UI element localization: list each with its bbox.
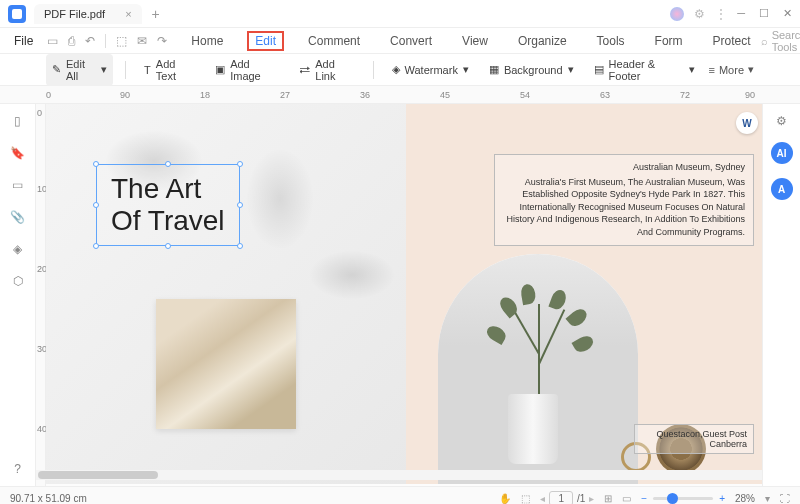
add-tab-button[interactable]: + (152, 6, 160, 22)
resize-handle[interactable] (93, 243, 99, 249)
page-number-input[interactable]: 1 (549, 491, 573, 504)
watermark-button[interactable]: ◈ Watermark ▾ (386, 59, 475, 80)
header-footer-button[interactable]: ▤ Header & Footer ▾ (588, 54, 701, 86)
az-label: A (778, 184, 785, 195)
redo-icon[interactable]: ↷ (157, 34, 167, 48)
comment-icon[interactable]: ▭ (12, 178, 23, 192)
pencil-icon: ✎ (52, 63, 61, 76)
fit-width-icon[interactable]: ⊞ (604, 493, 612, 504)
document-tab[interactable]: PDF File.pdf × (34, 4, 142, 24)
next-page-icon[interactable]: ▸ (589, 493, 594, 504)
fullscreen-icon[interactable]: ⛶ (780, 493, 790, 504)
attachment-icon[interactable]: 📎 (10, 210, 25, 224)
info-body: Australia's First Museum, The Australian… (503, 176, 745, 239)
resize-handle[interactable] (237, 202, 243, 208)
export-icon[interactable]: ⬚ (116, 34, 127, 48)
zoom-in-icon[interactable]: + (719, 493, 725, 504)
more-button[interactable]: ≡ More ▾ (709, 63, 754, 76)
tab-home[interactable]: Home (185, 31, 229, 51)
background-button[interactable]: ▦ Background ▾ (483, 59, 580, 80)
maximize-button[interactable]: ☐ (759, 7, 769, 20)
edit-all-button[interactable]: ✎ Edit All ▾ (46, 54, 113, 86)
settings-icon[interactable]: ⬡ (13, 274, 23, 288)
tab-title: PDF File.pdf (44, 8, 105, 20)
sparkle-icon[interactable] (670, 7, 684, 21)
undo-icon[interactable]: ↶ (85, 34, 95, 48)
tab-edit[interactable]: Edit (247, 31, 284, 51)
tab-comment[interactable]: Comment (302, 31, 366, 51)
file-menu[interactable]: File (10, 32, 37, 50)
chevron-down-icon[interactable]: ▾ (765, 493, 770, 504)
vase-illustration (508, 394, 558, 464)
prev-page-icon[interactable]: ◂ (540, 493, 545, 504)
add-link-button[interactable]: ⮂ Add Link (293, 54, 360, 86)
print-icon[interactable]: ⎙ (68, 34, 75, 48)
search-icon: ⌕ (761, 35, 768, 47)
bookmark-icon[interactable]: 🔖 (10, 146, 25, 160)
gift-icon[interactable]: ⚙ (694, 7, 705, 21)
properties-icon[interactable]: ⚙ (776, 114, 787, 128)
add-text-label: Add Text (156, 58, 195, 82)
ruler-tick: 72 (680, 90, 690, 100)
link-icon: ⮂ (299, 64, 310, 76)
share-icon[interactable]: ✉ (137, 34, 147, 48)
add-image-button[interactable]: ▣ Add Image (209, 54, 285, 86)
zoom-slider-thumb[interactable] (667, 493, 678, 504)
add-image-label: Add Image (230, 58, 279, 82)
info-title: Australian Museum, Sydney (503, 161, 745, 174)
scrollbar-thumb[interactable] (38, 471, 158, 479)
background-icon: ▦ (489, 63, 499, 76)
resize-handle[interactable] (93, 161, 99, 167)
tab-protect[interactable]: Protect (707, 31, 757, 51)
zoom-level[interactable]: 28% (735, 493, 755, 504)
kebab-icon[interactable]: ⋮ (715, 7, 727, 21)
header-footer-icon: ▤ (594, 63, 604, 76)
info-text-box-2[interactable]: Questacon,Guest Post Canberra (634, 424, 754, 454)
resize-handle[interactable] (237, 243, 243, 249)
ruler-tick: 45 (440, 90, 450, 100)
word-export-badge[interactable]: W (736, 112, 758, 134)
info-text-box-1[interactable]: Australian Museum, Sydney Australia's Fi… (494, 154, 754, 246)
arch-image[interactable] (438, 254, 638, 484)
close-button[interactable]: ✕ (783, 7, 792, 20)
minimize-button[interactable]: ─ (737, 7, 745, 20)
zoom-slider[interactable] (653, 497, 713, 500)
plant-illustration (478, 284, 598, 404)
tab-view[interactable]: View (456, 31, 494, 51)
ai-label: AI (777, 148, 787, 159)
ruler-tick: 0 (46, 90, 51, 100)
ai-button[interactable]: AI (771, 142, 793, 164)
document-canvas[interactable]: The Art Of Travel W Australian Museum, S… (46, 104, 762, 486)
tab-tools[interactable]: Tools (591, 31, 631, 51)
tab-convert[interactable]: Convert (384, 31, 438, 51)
tab-form[interactable]: Form (649, 31, 689, 51)
hamburger-icon: ≡ (709, 64, 715, 76)
selected-text-box[interactable]: The Art Of Travel (96, 164, 240, 246)
help-icon[interactable]: ? (14, 462, 21, 476)
ruler-tick: 0 (37, 108, 42, 118)
text-icon: T (144, 64, 151, 76)
search-tools-input[interactable]: Search Tools (772, 29, 800, 53)
add-text-button[interactable]: T Add Text (138, 54, 201, 86)
hand-tool-icon[interactable]: ✋ (499, 493, 511, 504)
watermark-icon: ◈ (392, 63, 400, 76)
save-icon[interactable]: ▭ (47, 34, 58, 48)
accessibility-button[interactable]: A (771, 178, 793, 200)
chevron-down-icon: ▾ (101, 63, 107, 76)
horizontal-scrollbar[interactable] (36, 470, 762, 480)
layers-icon[interactable]: ◈ (13, 242, 22, 256)
resize-handle[interactable] (237, 161, 243, 167)
close-tab-icon[interactable]: × (125, 8, 131, 20)
title-text[interactable]: The Art Of Travel (111, 173, 225, 237)
resize-handle[interactable] (165, 243, 171, 249)
embedded-image[interactable] (156, 299, 296, 429)
tab-organize[interactable]: Organize (512, 31, 573, 51)
resize-handle[interactable] (165, 161, 171, 167)
ruler-tick: 18 (200, 90, 210, 100)
thumbnails-icon[interactable]: ▯ (14, 114, 21, 128)
resize-handle[interactable] (93, 202, 99, 208)
watermark-label: Watermark (405, 64, 458, 76)
select-tool-icon[interactable]: ⬚ (521, 493, 530, 504)
fit-page-icon[interactable]: ▭ (622, 493, 631, 504)
zoom-out-icon[interactable]: − (641, 493, 647, 504)
